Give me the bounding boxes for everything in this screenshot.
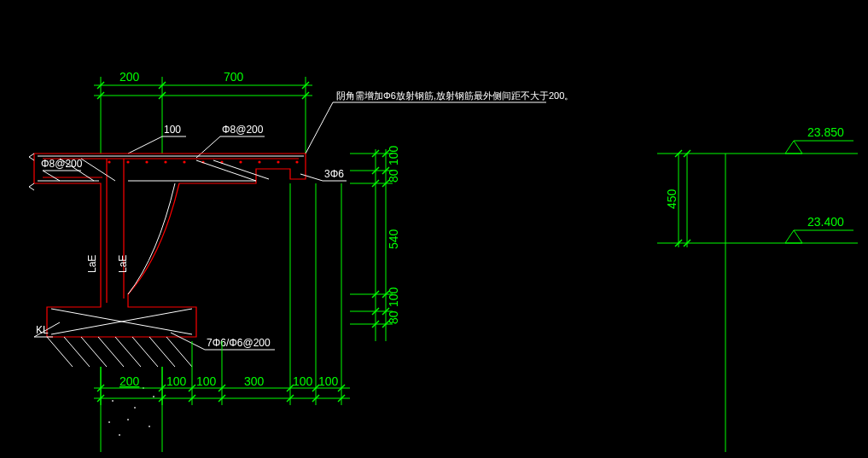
svg-line-13 — [128, 136, 162, 154]
svg-point-25 — [258, 160, 260, 163]
rebar-a-text: Φ8@200 — [222, 124, 264, 136]
dim-b-100a: 100 — [166, 374, 187, 388]
dim-b-100d: 100 — [318, 374, 339, 388]
svg-point-49 — [149, 426, 150, 427]
kl-label: KL — [34, 322, 60, 337]
svg-line-37 — [47, 337, 73, 367]
svg-point-24 — [239, 160, 242, 163]
rebar-b-text: Φ8@200 — [41, 158, 83, 170]
lae-2: LaE — [117, 255, 129, 273]
dim-top-200: 200 — [119, 70, 140, 84]
svg-line-55 — [43, 171, 60, 181]
rebar-d: 7Φ6/Φ6@200 — [171, 333, 275, 350]
note-leader: 阴角需增加Φ6放射钢筋,放射钢筋最外侧间距不大于200。 — [306, 90, 574, 154]
svg-point-46 — [127, 419, 129, 420]
dim-r-100b: 100 — [387, 287, 400, 307]
svg-point-51 — [108, 421, 110, 423]
dim-r-100a: 100 — [387, 145, 400, 165]
svg-line-39 — [81, 337, 107, 367]
dim-r-540: 540 — [387, 229, 400, 249]
svg-line-59 — [171, 333, 205, 350]
svg-point-18 — [126, 160, 129, 163]
svg-point-20 — [164, 160, 166, 163]
svg-line-15 — [196, 136, 220, 158]
elevation-block: 450 23.850 23.400 — [657, 125, 858, 452]
lae-1: LaE — [86, 255, 98, 273]
stipple — [108, 387, 154, 436]
svg-point-17 — [108, 160, 110, 163]
dim-right: 100 80 540 100 80 — [350, 145, 400, 341]
dim-top: 200 700 — [94, 70, 312, 154]
inner-white — [29, 154, 304, 367]
cad-canvas: 200 700 阴角需增加Φ6放射钢筋,放射钢筋最外侧间距不大于200。 100… — [0, 0, 868, 458]
elev-bot: 23.400 — [768, 215, 858, 243]
kl-text: KL — [36, 324, 49, 336]
svg-line-43 — [149, 337, 175, 367]
svg-line-33 — [196, 160, 256, 181]
svg-line-40 — [98, 337, 124, 367]
elev-bot-val: 23.400 — [807, 215, 844, 229]
svg-point-21 — [183, 160, 185, 163]
rebar-c: 3Φ6 — [300, 168, 347, 181]
rebar-a: Φ8@200 — [196, 124, 265, 158]
dim-r-80a: 80 — [387, 169, 400, 183]
elev-top: 23.850 — [768, 125, 858, 154]
svg-line-42 — [132, 337, 158, 367]
note-text: 阴角需增加Φ6放射钢筋,放射钢筋最外侧间距不大于200。 — [336, 90, 574, 101]
dim-r-80b: 80 — [387, 310, 400, 324]
inner-100: 100 — [128, 124, 186, 154]
dim-b-100c: 100 — [293, 374, 313, 388]
svg-line-41 — [115, 337, 141, 367]
svg-line-57 — [300, 174, 323, 181]
svg-line-38 — [64, 337, 90, 367]
elev-diff: 450 — [665, 188, 679, 209]
rebar-c-text: 3Φ6 — [324, 168, 344, 180]
inner-100-text: 100 — [164, 124, 181, 136]
svg-point-52 — [153, 396, 154, 397]
svg-point-19 — [145, 160, 148, 163]
svg-point-26 — [277, 160, 279, 163]
svg-line-11 — [306, 102, 333, 154]
dim-top-700: 700 — [224, 70, 244, 84]
rebar-d-text: 7Φ6/Φ6@200 — [207, 337, 271, 349]
svg-point-45 — [112, 400, 114, 402]
svg-point-50 — [134, 407, 136, 409]
dim-b-200: 200 — [119, 374, 140, 388]
dim-bottom: 200 100 100 300 100 100 — [94, 183, 350, 405]
dim-b-300: 300 — [244, 374, 265, 388]
svg-point-48 — [119, 434, 120, 436]
elev-top-val: 23.850 — [807, 125, 844, 139]
svg-point-27 — [295, 160, 298, 163]
dim-b-100b: 100 — [196, 374, 217, 388]
